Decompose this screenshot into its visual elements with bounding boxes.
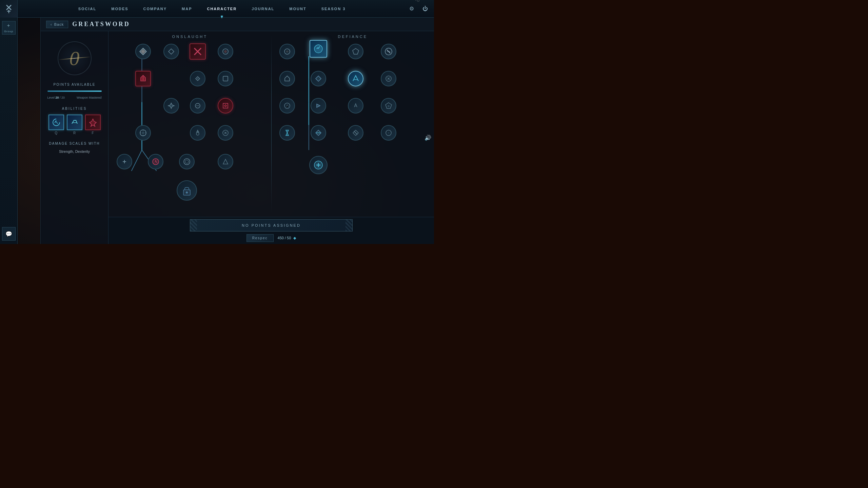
svg-point-24 (142, 131, 144, 134)
skill-node-onslaught-12[interactable] (218, 154, 233, 169)
ability-q-key: Q (55, 131, 58, 135)
app-logo (0, 0, 18, 18)
nav-item-map[interactable]: MAP (174, 0, 199, 18)
skill-node-onslaught-11[interactable] (179, 154, 195, 169)
power-icon[interactable]: ⏻ (420, 3, 431, 14)
group-label: Group (4, 30, 13, 33)
panel-title: GREATSWORD (72, 21, 130, 28)
volume-icon[interactable]: 🔊 (425, 135, 431, 141)
skill-node-onslaught-8[interactable] (218, 98, 233, 114)
skill-node-onslaught-10[interactable] (218, 125, 233, 141)
skill-node-onslaught-1[interactable] (135, 44, 151, 59)
skill-node-defiance-6[interactable] (279, 98, 295, 114)
abilities-row: Q R (48, 115, 101, 135)
abilities-title: ABILITIES (62, 107, 87, 110)
skill-node-defiance-9[interactable] (381, 98, 396, 114)
skill-node-defiance-7[interactable] (311, 98, 326, 114)
svg-rect-20 (223, 76, 228, 81)
chat-icon: 💬 (5, 231, 12, 237)
left-panel-strip (18, 18, 41, 244)
chat-button[interactable]: 💬 (2, 227, 16, 241)
onslaught-grid (112, 41, 268, 197)
skill-node-defiance-4[interactable] (311, 71, 326, 86)
tree-sections: ONSLAUGHT (108, 31, 434, 217)
weapon-status: Weapon Mastered (77, 96, 101, 99)
skill-node-onslaught-time[interactable] (148, 154, 163, 169)
character-info: 0 POINTS AVAILABLE Level 20 / 20 Weapon … (41, 31, 108, 244)
skill-node-onslaught-2[interactable] (163, 44, 179, 59)
skill-node-onslaught-6[interactable] (163, 98, 179, 114)
nav-item-modes[interactable]: MODES (104, 0, 136, 18)
skill-node-defiance-sword[interactable] (381, 44, 396, 59)
svg-point-18 (224, 50, 227, 53)
back-chevron-icon: ‹ (51, 22, 52, 26)
nav-item-social[interactable]: SOCIAL (71, 0, 104, 18)
skill-node-onslaught-3[interactable] (218, 44, 233, 59)
ability-slot-r: R (67, 115, 82, 135)
group-button[interactable]: + Group (2, 21, 16, 35)
skill-node-defiance-12[interactable] (381, 125, 396, 141)
skill-node-onslaught-gear[interactable] (135, 125, 151, 141)
no-points-text: NO POINTS ASSIGNED (242, 223, 301, 227)
skill-node-defiance-active2[interactable] (348, 71, 363, 86)
nav-item-season3[interactable]: SEASON 3 (314, 0, 353, 18)
skill-node-onslaught-cross[interactable] (190, 43, 206, 60)
svg-point-31 (185, 160, 189, 163)
ability-slot-q: Q (48, 115, 64, 135)
onslaught-title: ONSLAUGHT (112, 35, 268, 39)
top-navigation: SOCIAL MODES COMPANY MAP CHARACTER JOURN… (0, 0, 434, 18)
skill-node-onslaught-5[interactable] (218, 71, 233, 86)
plus-icon: + (7, 23, 10, 29)
skill-node-defiance-3[interactable] (279, 71, 295, 86)
skill-node-defiance-heal[interactable] (309, 156, 328, 174)
ability-f-icon[interactable] (85, 115, 101, 130)
settings-icon[interactable]: ⚙ (406, 3, 417, 14)
skill-node-defiance-5[interactable] (381, 71, 396, 86)
svg-point-43 (388, 105, 390, 107)
skill-node-onslaught-4[interactable] (190, 71, 205, 86)
defiance-section: DEFIANCE (272, 31, 434, 217)
skill-node-defiance-hourglass[interactable] (279, 125, 295, 141)
panel-body: 0 POINTS AVAILABLE Level 20 / 20 Weapon … (41, 31, 434, 244)
bottom-bar: NO POINTS ASSIGNED Respec 450 / 50 ◆ (108, 217, 434, 244)
main-content: ‹ Back GREATSWORD 0 POINTS AVAILABLE (18, 18, 434, 244)
ability-slot-f: F (85, 115, 101, 135)
respec-cost: 450 / 50 ◆ (278, 236, 296, 240)
ability-q-icon[interactable] (48, 115, 64, 130)
skill-node-onslaught-9[interactable] (190, 125, 205, 141)
skill-node-defiance-8[interactable] (348, 98, 363, 114)
defiance-grid (275, 41, 431, 197)
nav-item-company[interactable]: COMPANY (136, 0, 174, 18)
panel-header: ‹ Back GREATSWORD (41, 18, 434, 31)
skill-node-onslaught-plus[interactable] (117, 154, 132, 169)
back-button[interactable]: ‹ Back (46, 21, 68, 28)
respec-row: Respec 450 / 50 ◆ (246, 234, 296, 242)
skill-node-onslaught-7[interactable] (190, 98, 205, 114)
nav-right-icons: ⚙ ⏻ (406, 3, 434, 14)
respec-button[interactable]: Respec (246, 234, 274, 242)
level-info: Level 20 / 20 Weapon Mastered (47, 96, 102, 99)
nav-menu: SOCIAL MODES COMPANY MAP CHARACTER JOURN… (18, 0, 406, 18)
skill-node-defiance-highlighted[interactable] (310, 40, 327, 58)
svg-point-25 (196, 133, 199, 135)
skill-node-defiance-2[interactable] (348, 44, 363, 59)
svg-point-30 (184, 159, 190, 165)
onslaught-section: ONSLAUGHT (108, 31, 271, 217)
weapon-emblem: 0 (54, 38, 95, 79)
progress-fill (47, 90, 102, 92)
ability-r-icon[interactable] (67, 115, 82, 130)
skill-node-lock[interactable] (177, 180, 197, 201)
nav-item-journal[interactable]: JOURNAL (244, 0, 282, 18)
nav-item-character[interactable]: CHARACTER (199, 0, 244, 18)
damage-scales-title: DAMAGE SCALES WITH (49, 142, 100, 145)
skill-node-onslaught-active1[interactable] (135, 71, 151, 86)
skill-node-defiance-10[interactable] (311, 125, 326, 141)
ability-f-key: F (92, 131, 94, 135)
nav-item-mount[interactable]: MOUNT (282, 0, 314, 18)
skill-node-defiance-1[interactable] (279, 44, 295, 59)
level-text: Level 20 / 20 (47, 96, 65, 99)
damage-value: Strength, Dexterity (59, 149, 90, 154)
ability-r-key: R (73, 131, 76, 135)
skill-node-defiance-11[interactable] (348, 125, 363, 141)
skill-tree-area: ONSLAUGHT (108, 31, 434, 244)
